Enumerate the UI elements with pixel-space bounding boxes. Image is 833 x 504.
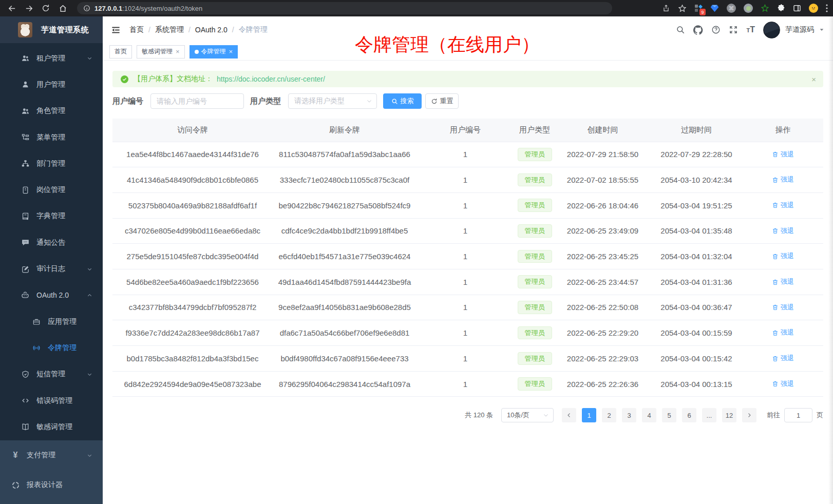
- puzzle-extension-icon[interactable]: [777, 4, 785, 12]
- sidebar-item-pay[interactable]: ¥ 支付管理: [0, 440, 103, 470]
- sidebar-item-dept[interactable]: 部门管理: [0, 150, 103, 177]
- force-logout-button[interactable]: 强退: [772, 226, 794, 236]
- side-panel-icon[interactable]: [793, 4, 801, 12]
- browser-back-button[interactable]: [5, 2, 18, 15]
- gem-extension-icon[interactable]: [710, 5, 719, 12]
- cell-refresh-token: e6cfd40eb1f54571a31e775e039c4624: [273, 244, 416, 269]
- chevron-down-icon: [87, 453, 92, 458]
- address-bar[interactable]: 127.0.0.1:1024/system/oauth2/token: [77, 2, 612, 14]
- page-button-4[interactable]: 4: [642, 408, 656, 422]
- close-icon[interactable]: ×: [229, 48, 233, 55]
- force-logout-button[interactable]: 强退: [772, 277, 794, 286]
- force-logout-button[interactable]: 强退: [772, 201, 794, 210]
- user-type-label: 用户类型: [250, 96, 281, 106]
- cell-actions: 强退: [743, 142, 823, 167]
- search-button[interactable]: 搜索: [383, 93, 422, 109]
- cell-created: 2022-06-25 22:29:20: [555, 320, 650, 346]
- force-logout-button[interactable]: 强退: [772, 150, 794, 159]
- sidebar-item-label: 支付管理: [27, 451, 55, 460]
- command-extension-icon[interactable]: ⌘: [727, 4, 736, 13]
- sidebar-item-menu[interactable]: 菜单管理: [0, 124, 103, 150]
- sidebar-item-post[interactable]: 岗位管理: [0, 177, 103, 203]
- force-logout-button[interactable]: 强退: [772, 175, 794, 184]
- fullscreen-icon[interactable]: [729, 25, 738, 34]
- breadcrumb-home[interactable]: 首页: [129, 25, 144, 34]
- user-type-tag: 管理员: [518, 275, 552, 288]
- next-page-button[interactable]: [742, 408, 756, 422]
- share-icon[interactable]: [662, 4, 670, 12]
- robot-icon: [21, 290, 30, 300]
- sidebar-item-sms[interactable]: 短信管理: [0, 361, 103, 387]
- app-logo-bar[interactable]: 芋道管理系统: [0, 16, 103, 43]
- app-title: 芋道管理系统: [41, 25, 89, 35]
- tab-token[interactable]: 令牌管理×: [190, 45, 238, 59]
- sidebar-item-label: 敏感词管理: [36, 422, 72, 432]
- profile-avatar-icon[interactable]: [809, 4, 818, 13]
- star-extension-icon[interactable]: [761, 4, 769, 13]
- browser-menu-icon[interactable]: [826, 4, 828, 12]
- breadcrumb-oauth[interactable]: OAuth 2.0: [195, 26, 228, 34]
- tab-home[interactable]: 首页: [109, 45, 132, 59]
- search-icon[interactable]: [676, 25, 685, 34]
- sidebar-item-sensitive[interactable]: 敏感词管理: [0, 414, 103, 440]
- reset-button[interactable]: 重置: [425, 93, 459, 109]
- sidebar-item-audit-log[interactable]: 审计日志: [0, 256, 103, 282]
- sidebar-item-user[interactable]: 用户管理: [0, 71, 103, 98]
- font-size-icon[interactable]: TT: [746, 26, 755, 34]
- sidebar-item-role[interactable]: 角色管理: [0, 98, 103, 124]
- chevron-down-icon: [543, 412, 549, 418]
- sidebar-item-tenant[interactable]: 租户管理: [0, 45, 103, 71]
- force-logout-button[interactable]: 强退: [772, 303, 794, 312]
- force-logout-button[interactable]: 强退: [772, 379, 794, 389]
- org-chart-icon: [21, 159, 30, 168]
- user-name[interactable]: 芋道源码: [785, 25, 814, 34]
- breadcrumb-system[interactable]: 系统管理: [155, 25, 184, 34]
- page-button-1[interactable]: 1: [582, 408, 596, 422]
- recorder-extension-icon[interactable]: [744, 4, 753, 13]
- site-info-icon[interactable]: [83, 5, 90, 12]
- trash-icon: [772, 380, 779, 387]
- bookmark-star-icon[interactable]: [678, 4, 687, 13]
- collapse-sidebar-icon[interactable]: [111, 25, 121, 35]
- banner-close-icon[interactable]: ×: [811, 75, 816, 84]
- dictionary-icon: [21, 212, 30, 221]
- sidebar-item-dict[interactable]: 字典管理: [0, 203, 103, 229]
- user-icon: [21, 80, 30, 89]
- prev-page-button[interactable]: [562, 408, 576, 422]
- browser-reload-button[interactable]: [39, 2, 52, 15]
- force-logout-button[interactable]: 强退: [772, 251, 794, 261]
- user-id-input[interactable]: [150, 93, 244, 109]
- tab-sensitive[interactable]: 敏感词管理×: [137, 45, 185, 59]
- goto-page-input[interactable]: [784, 408, 812, 422]
- user-type-select[interactable]: 请选择用户类型: [288, 93, 377, 109]
- browser-forward-button[interactable]: [22, 2, 35, 15]
- chevron-down-icon[interactable]: [819, 27, 824, 32]
- avatar[interactable]: [763, 22, 780, 38]
- banner-link[interactable]: https://doc.iocoder.cn/user-center/: [217, 75, 325, 83]
- force-logout-button[interactable]: 强退: [772, 328, 794, 337]
- page-button-2[interactable]: 2: [602, 408, 616, 422]
- scrollbar[interactable]: [828, 16, 833, 504]
- edit-log-icon: [21, 265, 30, 274]
- sidebar-item-errorcode[interactable]: 错误码管理: [0, 387, 103, 414]
- page-button-3[interactable]: 3: [622, 408, 636, 422]
- page-button-12[interactable]: 12: [722, 408, 736, 422]
- sidebar-item-oauth2-token[interactable]: 令牌管理: [0, 335, 103, 361]
- browser-home-button[interactable]: [56, 2, 69, 15]
- extension-tabs-icon[interactable]: 9: [694, 4, 703, 12]
- sidebar-item-report-designer[interactable]: 报表设计器: [0, 470, 103, 500]
- cell-refresh-token: 333ecfc71e02480cb11055c875c3ca0f: [273, 167, 416, 193]
- page-more-button[interactable]: ...: [702, 408, 716, 422]
- sidebar-item-notice[interactable]: 通知公告: [0, 229, 103, 256]
- annotation-text: 令牌管理（在线用户）: [355, 32, 540, 57]
- cell-expires: 2022-07-29 22:28:50: [650, 142, 743, 167]
- close-icon[interactable]: ×: [176, 48, 180, 55]
- page-button-6[interactable]: 6: [682, 408, 696, 422]
- page-button-5[interactable]: 5: [662, 408, 676, 422]
- page-size-select[interactable]: 10条/页: [501, 408, 554, 422]
- help-icon[interactable]: [711, 25, 721, 34]
- github-icon[interactable]: [693, 25, 703, 35]
- sidebar-item-oauth2[interactable]: OAuth 2.0: [0, 282, 103, 308]
- sidebar-item-oauth2-app[interactable]: 应用管理: [0, 308, 103, 335]
- force-logout-button[interactable]: 强退: [772, 354, 794, 363]
